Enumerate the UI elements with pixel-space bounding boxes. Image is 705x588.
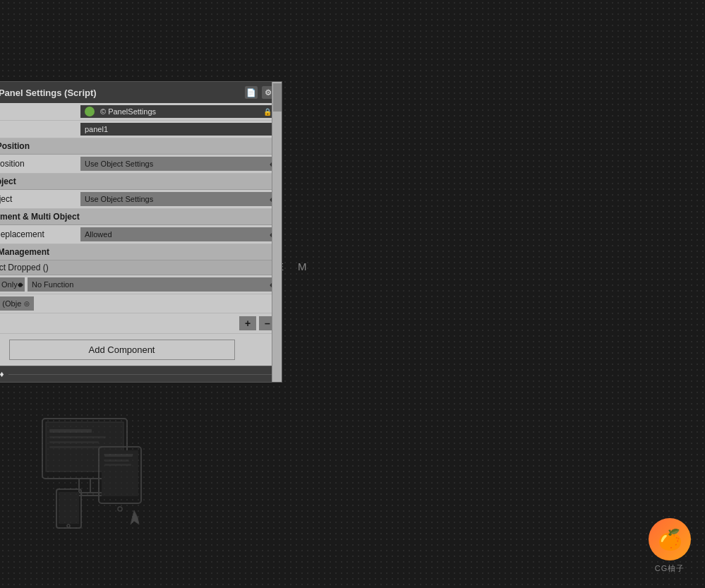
script-row: Script © PanelSettings 🔒 — [0, 103, 282, 121]
script-name: © PanelSettings — [100, 107, 156, 116]
object-position-row: Object Position Use Object Settings ♦ — [0, 155, 282, 174]
script-label: Script — [0, 107, 80, 116]
script-value: © PanelSettings 🔒 — [80, 105, 276, 118]
none-object-close-icon[interactable]: ◎ — [24, 300, 30, 307]
plus-minus-row: + – — [0, 313, 282, 334]
svg-rect-5 — [49, 436, 106, 438]
svg-rect-15 — [59, 492, 79, 524]
lock-object-row: Lock Object Use Object Settings ♦ — [0, 190, 282, 209]
svg-point-16 — [67, 524, 70, 527]
runtime-function-row: Runtime Only♦ ◆ No Function ♦ — [0, 275, 282, 294]
watermark: 🍊 CG柚子 — [649, 518, 691, 574]
svg-rect-11 — [104, 454, 133, 457]
device-illustration — [28, 404, 169, 546]
object-position-select-wrapper[interactable]: Use Object Settings ♦ — [80, 157, 276, 171]
object-replacement-select-wrapper[interactable]: Allowed ♦ — [80, 227, 276, 241]
function-select-wrapper[interactable]: No Function ♦ — [28, 277, 276, 292]
panel-bar-line — [8, 374, 275, 375]
add-component-button[interactable]: Add Component — [9, 340, 235, 360]
svg-rect-13 — [104, 464, 131, 466]
id-value[interactable]: panel1 — [80, 123, 276, 136]
inspector-title: Panel Settings (Script) — [0, 88, 97, 98]
svg-rect-12 — [104, 460, 129, 462]
svg-rect-9 — [102, 450, 138, 496]
none-object-row: None (Obje ◎ — [0, 294, 282, 313]
none-object-button[interactable]: None (Obje ◎ — [0, 296, 34, 311]
panel-bar-arrow: ♦ — [0, 369, 4, 379]
svg-rect-6 — [49, 441, 99, 443]
lock-object-label: Lock Object — [0, 194, 80, 204]
object-position-section-header: Object Position — [0, 138, 282, 155]
lock-icon: 🔒 — [263, 108, 272, 116]
function-select[interactable]: No Function — [28, 277, 276, 292]
header-icons: 📄 ⚙ — [245, 86, 275, 99]
replacement-section-header: Replacement & Multi Object — [0, 209, 282, 225]
svg-point-10 — [118, 507, 122, 511]
watermark-text: CG柚子 — [655, 563, 685, 574]
scroll-thumb — [273, 83, 282, 112]
svg-rect-4 — [49, 429, 92, 433]
scroll-bar[interactable] — [272, 82, 282, 382]
none-object-label: None (Obje — [0, 299, 21, 308]
header-doc-icon[interactable]: 📄 — [245, 86, 258, 99]
add-component-row: Add Component — [0, 334, 282, 366]
object-replacement-select[interactable]: Allowed — [80, 227, 276, 241]
id-label: Id — [0, 124, 80, 134]
object-position-label: Object Position — [0, 159, 80, 169]
svg-rect-7 — [49, 446, 102, 448]
lock-object-section-header: Lock Object — [0, 174, 282, 190]
panel-bar: Panel1 ♦ — [0, 366, 282, 382]
unity-inspector-panel: ▼ C Panel Settings (Script) 📄 ⚙ Script ©… — [0, 81, 282, 383]
id-row: Id panel1 — [0, 121, 282, 138]
watermark-logo: 🍊 — [649, 518, 691, 560]
object-replacement-label: Object Replacement — [0, 229, 80, 239]
script-circle-icon — [85, 107, 95, 116]
on-object-dropped-row: On Object Dropped () — [0, 260, 282, 275]
lock-object-select-wrapper[interactable]: Use Object Settings ♦ — [80, 192, 276, 206]
add-event-button[interactable]: + — [239, 316, 256, 330]
runtime-select[interactable]: Runtime Only♦ — [0, 277, 25, 292]
svg-marker-17 — [131, 510, 139, 524]
lock-object-select[interactable]: Use Object Settings — [80, 192, 276, 206]
object-position-select[interactable]: Use Object Settings — [80, 157, 276, 171]
events-section-header: Events Management — [0, 244, 282, 260]
inspector-header: ▼ C Panel Settings (Script) 📄 ⚙ — [0, 82, 282, 103]
object-replacement-row: Object Replacement Allowed ♦ — [0, 225, 282, 244]
